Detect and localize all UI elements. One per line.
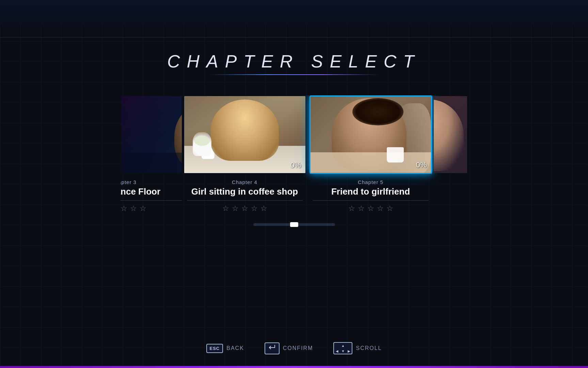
star-1: ☆ (348, 204, 355, 213)
chapter-item-6[interactable] (434, 95, 468, 174)
star-rating-3: ☆ ☆ ☆ ☆ ☆ (121, 204, 182, 213)
scene-bg-5 (311, 96, 431, 173)
chapter-number-5: Chapter 5 (313, 179, 429, 185)
title-section: CHAPTER SELECT (167, 51, 421, 75)
thumbnail-chapter5[interactable]: 0% (309, 95, 432, 174)
chapter-item-3[interactable]: 0% Chapter 3 Club/Dance Floor ☆ ☆ ☆ ☆ ☆ (121, 95, 182, 213)
divider-4 (187, 200, 303, 201)
star-1: ☆ (222, 204, 229, 213)
star-4: ☆ (377, 204, 384, 213)
chapter-name-5: Friend to girlfriend (313, 186, 429, 197)
chapter-number-3: Chapter 3 (121, 179, 182, 185)
star-2: ☆ (232, 204, 239, 213)
divider-3 (121, 200, 182, 201)
chapter-number-4: Chapter 4 (187, 179, 303, 185)
main-content: CHAPTER SELECT 0% Chapter 3 Club/Dance F… (0, 0, 588, 368)
star-2: ☆ (358, 204, 365, 213)
thumbnail-chapter4[interactable]: 0% (184, 95, 306, 174)
chapter-name-4: Girl sitting in coffee shop (187, 186, 303, 197)
thumbnail-chapter3[interactable]: 0% (121, 95, 182, 174)
scene-bg-3 (121, 96, 182, 173)
bottom-purple-bar (0, 366, 588, 368)
chapter-item-4[interactable]: 0% Chapter 4 Girl sitting in coffee shop… (182, 95, 308, 213)
star-4: ☆ (130, 204, 137, 213)
star-rating-5: ☆ ☆ ☆ ☆ ☆ (313, 204, 429, 213)
chapter-info-3: Chapter 3 Club/Dance Floor ☆ ☆ ☆ ☆ ☆ (121, 179, 182, 213)
star-3: ☆ (121, 204, 127, 213)
page-title: CHAPTER SELECT (167, 51, 421, 72)
scroll-thumb[interactable] (290, 222, 298, 227)
scroll-bar[interactable] (253, 223, 335, 226)
star-3: ☆ (241, 204, 248, 213)
chapter-info-4: Chapter 4 Girl sitting in coffee shop ☆ … (187, 179, 303, 213)
percent-4: 0% (290, 161, 301, 170)
chapter-item-5[interactable]: 0% Chapter 5 Friend to girlfriend ☆ ☆ ☆ … (308, 95, 434, 213)
scene-bg-4 (184, 96, 305, 173)
star-5: ☆ (140, 204, 146, 213)
chapter-name-3: Club/Dance Floor (121, 186, 182, 197)
star-5: ☆ (386, 204, 393, 213)
chapter-info-5: Chapter 5 Friend to girlfriend ☆ ☆ ☆ ☆ ☆ (313, 179, 429, 213)
star-5: ☆ (260, 204, 267, 213)
scene-bg-6 (434, 96, 467, 173)
chapters-container: 0% Chapter 3 Club/Dance Floor ☆ ☆ ☆ ☆ ☆ (0, 95, 588, 213)
title-underline (209, 74, 379, 75)
percent-5: 0% (416, 160, 427, 169)
star-rating-4: ☆ ☆ ☆ ☆ ☆ (187, 204, 303, 213)
star-4: ☆ (251, 204, 258, 213)
star-3: ☆ (367, 204, 374, 213)
thumbnail-chapter6[interactable] (434, 95, 468, 174)
divider-5 (313, 200, 429, 201)
